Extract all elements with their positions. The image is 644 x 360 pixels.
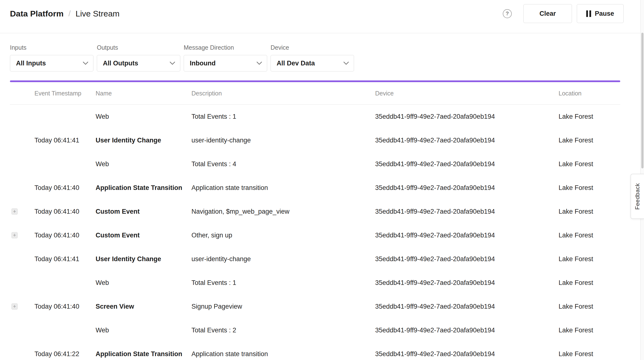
device-select[interactable]: All Dev Data xyxy=(270,55,354,71)
event-description-cell: Application state transition xyxy=(192,350,375,358)
message-direction-select[interactable]: Inbound xyxy=(184,55,267,71)
table-row[interactable]: + Today 06:41:40 Custom Event Other, sig… xyxy=(10,223,620,247)
event-description-cell: Total Events : 4 xyxy=(192,160,375,168)
expand-cell: + xyxy=(10,327,34,333)
expand-cell: + xyxy=(10,137,34,143)
column-header-event-timestamp: Event Timestamp xyxy=(34,90,96,97)
expand-cell: + xyxy=(10,232,34,238)
pause-label: Pause xyxy=(595,10,614,17)
event-description-cell: user-identity-change xyxy=(192,255,375,263)
table-row[interactable]: + Today 06:41:40 Custom Event Navigation… xyxy=(10,200,620,223)
outputs-select-value: All Outputs xyxy=(103,60,138,67)
table-row[interactable]: + Today 06:41:22 Application State Trans… xyxy=(10,342,620,360)
event-description-cell: Application state transition xyxy=(192,184,375,192)
expand-cell: + xyxy=(10,184,34,191)
event-name-cell: Web xyxy=(96,160,192,168)
event-location-cell: Lake Forest xyxy=(558,327,620,334)
scrollbar-thumb[interactable] xyxy=(641,33,644,168)
event-device-cell: 35eddb41-9ff9-49e2-7aed-20afa90eb194 xyxy=(375,350,558,358)
event-description-cell: Total Events : 1 xyxy=(192,113,375,120)
table-row[interactable]: + Today 06:41:41 User Identity Change us… xyxy=(10,247,620,271)
event-location-cell: Lake Forest xyxy=(558,137,620,144)
event-timestamp-cell: Today 06:41:40 xyxy=(34,303,96,310)
inputs-select-value: All Inputs xyxy=(16,60,46,67)
event-timestamp-cell: Today 06:41:40 xyxy=(34,232,96,239)
pause-icon xyxy=(586,10,591,17)
table-body: + Web Total Events : 1 35eddb41-9ff9-49e… xyxy=(10,105,620,360)
event-name-cell: Web xyxy=(96,279,192,287)
help-glyph: ? xyxy=(506,10,509,17)
help-icon[interactable]: ? xyxy=(503,9,512,18)
expand-cell: + xyxy=(10,280,34,286)
table-header-row: Event Timestamp Name Description Device … xyxy=(10,82,620,105)
event-description-cell: Signup Pageview xyxy=(192,303,375,310)
table-row[interactable]: + Web Total Events : 4 35eddb41-9ff9-49e… xyxy=(10,152,620,176)
event-name-cell: Application State Transition xyxy=(96,350,192,358)
filter-label-outputs: Outputs xyxy=(97,44,180,51)
breadcrumb-live-stream: Live Stream xyxy=(76,9,120,18)
chevron-down-icon xyxy=(256,61,262,65)
event-location-cell: Lake Forest xyxy=(558,303,620,310)
filter-bar: Inputs All Inputs Outputs All Outputs Me… xyxy=(0,44,644,71)
table-row[interactable]: + Web Total Events : 1 35eddb41-9ff9-49e… xyxy=(10,105,620,128)
event-device-cell: 35eddb41-9ff9-49e2-7aed-20afa90eb194 xyxy=(375,208,558,215)
filter-group-outputs: Outputs All Outputs xyxy=(97,44,180,71)
event-description-cell: Navigation, $mp_web_page_view xyxy=(192,208,375,215)
event-timestamp-cell: Today 06:41:22 xyxy=(34,350,96,358)
event-name-cell: Screen View xyxy=(96,303,192,310)
event-name-cell: User Identity Change xyxy=(96,137,192,144)
chevron-down-icon xyxy=(170,61,175,65)
expand-icon[interactable]: + xyxy=(12,232,18,238)
event-timestamp-cell: Today 06:41:40 xyxy=(34,184,96,192)
pause-button[interactable]: Pause xyxy=(577,4,624,23)
event-name-cell: Application State Transition xyxy=(96,184,192,192)
event-location-cell: Lake Forest xyxy=(558,350,620,358)
events-table: Event Timestamp Name Description Device … xyxy=(10,82,620,360)
breadcrumb-separator: / xyxy=(68,9,70,18)
filter-group-device: Device All Dev Data xyxy=(270,44,354,71)
event-name-cell: Web xyxy=(96,327,192,334)
event-name-cell: Custom Event xyxy=(96,208,192,215)
event-timestamp-cell: Today 06:41:41 xyxy=(34,137,96,144)
filter-label-device: Device xyxy=(270,44,354,51)
table-row[interactable]: + Web Total Events : 1 35eddb41-9ff9-49e… xyxy=(10,271,620,295)
inputs-select[interactable]: All Inputs xyxy=(10,55,94,71)
event-location-cell: Lake Forest xyxy=(558,255,620,263)
expand-cell: + xyxy=(10,161,34,167)
event-device-cell: 35eddb41-9ff9-49e2-7aed-20afa90eb194 xyxy=(375,160,558,168)
event-device-cell: 35eddb41-9ff9-49e2-7aed-20afa90eb194 xyxy=(375,279,558,287)
event-location-cell: Lake Forest xyxy=(558,184,620,192)
device-select-value: All Dev Data xyxy=(276,60,315,67)
column-header-name: Name xyxy=(96,90,192,97)
event-location-cell: Lake Forest xyxy=(558,208,620,215)
table-row[interactable]: + Today 06:41:40 Screen View Signup Page… xyxy=(10,295,620,318)
event-device-cell: 35eddb41-9ff9-49e2-7aed-20afa90eb194 xyxy=(375,303,558,310)
table-row[interactable]: + Web Total Events : 2 35eddb41-9ff9-49e… xyxy=(10,318,620,342)
expand-cell: + xyxy=(10,113,34,120)
event-timestamp-cell: Today 06:41:40 xyxy=(34,208,96,215)
table-row[interactable]: + Today 06:41:41 User Identity Change us… xyxy=(10,128,620,152)
expand-icon[interactable]: + xyxy=(12,303,18,310)
expand-cell: + xyxy=(10,256,34,262)
chevron-down-icon xyxy=(343,61,349,65)
event-device-cell: 35eddb41-9ff9-49e2-7aed-20afa90eb194 xyxy=(375,137,558,144)
event-description-cell: Total Events : 2 xyxy=(192,327,375,334)
event-description-cell: user-identity-change xyxy=(192,137,375,144)
event-name-cell: Custom Event xyxy=(96,232,192,239)
event-device-cell: 35eddb41-9ff9-49e2-7aed-20afa90eb194 xyxy=(375,184,558,192)
event-name-cell: Web xyxy=(96,113,192,120)
filter-label-inputs: Inputs xyxy=(10,44,94,51)
header-actions: ? Clear Pause xyxy=(503,4,624,23)
event-device-cell: 35eddb41-9ff9-49e2-7aed-20afa90eb194 xyxy=(375,113,558,120)
event-location-cell: Lake Forest xyxy=(558,232,620,239)
event-timestamp-cell: Today 06:41:41 xyxy=(34,255,96,263)
outputs-select[interactable]: All Outputs xyxy=(97,55,180,71)
clear-button[interactable]: Clear xyxy=(524,4,572,23)
filter-label-message-direction: Message Direction xyxy=(184,44,267,51)
filter-group-inputs: Inputs All Inputs xyxy=(10,44,94,71)
feedback-tab[interactable]: Feedback xyxy=(631,174,644,219)
column-header-description: Description xyxy=(192,90,375,97)
expand-icon[interactable]: + xyxy=(12,208,18,215)
table-row[interactable]: + Today 06:41:40 Application State Trans… xyxy=(10,176,620,200)
breadcrumb-data-platform[interactable]: Data Platform xyxy=(10,9,64,18)
